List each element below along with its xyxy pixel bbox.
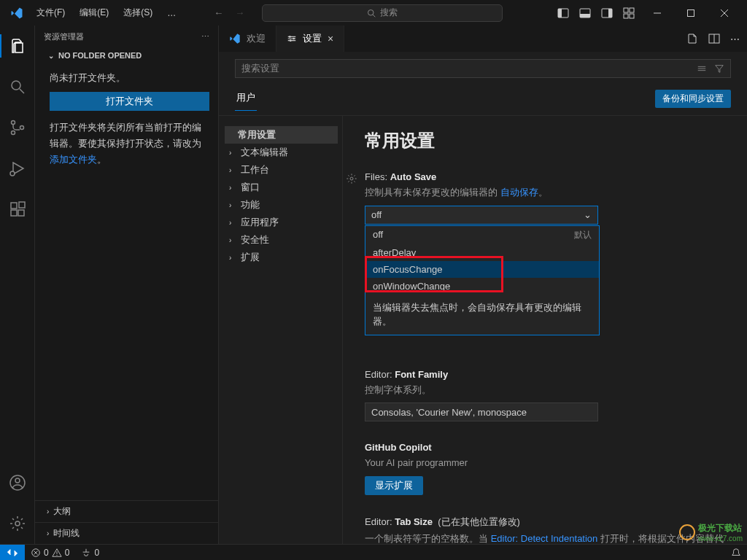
activity-search[interactable]	[0, 72, 35, 101]
toc-extensions[interactable]: ›扩展	[225, 249, 338, 266]
activity-manage[interactable]	[0, 509, 35, 538]
autosave-option-onfocuschange[interactable]: onFocusChange	[365, 261, 599, 278]
svg-point-19	[11, 131, 15, 135]
add-folder-link[interactable]: 添加文件夹	[50, 154, 97, 165]
tab-settings[interactable]: 设置 ×	[276, 26, 344, 52]
svg-rect-10	[624, 14, 628, 18]
font-family-input[interactable]: Consolas, 'Courier New', monospace	[365, 402, 598, 421]
svg-line-1	[374, 15, 376, 17]
editor-area: 欢迎 设置 × ⋯ 搜索设置 用户	[219, 26, 747, 544]
filter-icon[interactable]	[714, 63, 724, 74]
sidebar-title: 资源管理器	[44, 31, 84, 42]
chevron-right-icon: ›	[229, 254, 231, 262]
backup-sync-button[interactable]: 备份和同步设置	[655, 90, 731, 108]
toc-text-editor[interactable]: ›文本编辑器	[225, 144, 338, 161]
notifications-icon[interactable]	[731, 548, 741, 558]
svg-point-29	[289, 36, 291, 38]
toc-features[interactable]: ›功能	[225, 196, 338, 214]
chevron-right-icon: ›	[47, 529, 49, 537]
settings-scope-user[interactable]: 用户	[235, 87, 257, 111]
settings-heading: 常用设置	[365, 129, 725, 152]
activity-accounts[interactable]	[0, 468, 35, 497]
window-controls	[640, 0, 741, 26]
chevron-right-icon: ›	[229, 201, 231, 209]
svg-point-39	[56, 554, 57, 555]
toggle-primary-sidebar-icon[interactable]	[557, 7, 569, 19]
svg-point-28	[15, 521, 20, 526]
sidebar-help-text: 打开文件夹将关闭所有当前打开的编辑器。要使其保持打开状态，请改为添加文件夹。	[50, 120, 209, 168]
search-placeholder: 搜索	[380, 7, 398, 19]
gear-icon[interactable]	[346, 173, 357, 184]
menu-more[interactable]: …	[161, 5, 182, 21]
menu-edit[interactable]: 编辑(E)	[74, 4, 115, 22]
vscode-logo-icon	[10, 7, 23, 20]
nav-back-icon[interactable]: ←	[214, 7, 223, 18]
svg-point-18	[11, 121, 15, 125]
activity-bar	[0, 26, 35, 544]
status-ports[interactable]: 0	[75, 548, 105, 558]
settings-search-input[interactable]: 搜索设置	[235, 59, 731, 78]
menu-selection[interactable]: 选择(S)	[117, 4, 158, 22]
close-button[interactable]	[708, 0, 741, 26]
chevron-down-icon: ⌄	[48, 52, 54, 60]
maximize-button[interactable]	[674, 0, 708, 26]
nav-forward-icon[interactable]: →	[235, 7, 244, 18]
status-bar: 0 0 0	[0, 544, 747, 560]
customize-layout-icon[interactable]	[623, 7, 635, 19]
sidebar-outline[interactable]: ›大纲	[35, 500, 218, 522]
setting-autosave: Files: Auto Save 控制具有未保存更改的编辑器的 自动保存。 of…	[365, 171, 725, 225]
activity-extensions[interactable]	[0, 195, 35, 224]
setting-tab-size: Editor: Tab Size (已在其他位置修改) 一个制表符等于的空格数。…	[365, 516, 725, 545]
autosave-dropdown[interactable]: off ⌄ off默认 afterDelay onFocusChange onW…	[365, 206, 598, 225]
status-problems[interactable]: 0 0	[25, 548, 75, 558]
remote-indicator[interactable]	[0, 545, 25, 561]
svg-rect-24	[18, 210, 24, 216]
open-folder-button[interactable]: 打开文件夹	[50, 92, 209, 111]
toc-security[interactable]: ›安全性	[225, 231, 338, 249]
toc-application[interactable]: ›应用程序	[225, 214, 338, 231]
search-icon	[367, 9, 376, 18]
toc-workbench[interactable]: ›工作台	[225, 161, 338, 179]
svg-point-27	[15, 478, 20, 483]
chevron-right-icon: ›	[229, 236, 231, 244]
command-center-search[interactable]: 搜索	[262, 4, 503, 22]
sidebar-more-icon[interactable]: ⋯	[201, 32, 209, 42]
close-tab-icon[interactable]: ×	[328, 33, 333, 44]
clear-search-icon[interactable]	[697, 63, 707, 74]
activity-source-control[interactable]	[0, 113, 35, 142]
autosave-option-off[interactable]: off默认	[365, 226, 599, 244]
svg-rect-22	[11, 203, 17, 209]
show-extension-button[interactable]: 显示扩展	[365, 476, 423, 495]
more-actions-icon[interactable]: ⋯	[730, 34, 740, 44]
svg-rect-11	[630, 14, 634, 18]
vscode-icon	[229, 33, 241, 44]
toggle-secondary-sidebar-icon[interactable]	[601, 7, 613, 19]
split-editor-icon[interactable]	[708, 33, 720, 44]
svg-point-30	[293, 38, 295, 40]
settings-toc: 常用设置 ›文本编辑器 ›工作台 ›窗口 ›功能 ›应用程序 ›安全性 ›扩展	[219, 116, 343, 544]
svg-rect-23	[11, 210, 17, 216]
svg-rect-9	[630, 8, 634, 12]
toc-window[interactable]: ›窗口	[225, 179, 338, 196]
svg-point-0	[368, 9, 374, 15]
activity-run-debug[interactable]	[0, 154, 35, 183]
tab-welcome[interactable]: 欢迎	[219, 26, 276, 52]
autosave-option-onwindowchange[interactable]: onWindowChange	[365, 278, 599, 295]
svg-line-17	[20, 89, 24, 93]
toc-common[interactable]: 常用设置	[225, 126, 338, 144]
svg-rect-3	[558, 9, 562, 18]
autosave-doc-link[interactable]: 自动保存	[500, 187, 538, 198]
no-folder-text: 尚未打开文件夹。	[50, 70, 209, 86]
activity-explorer[interactable]	[0, 31, 35, 61]
settings-icon	[287, 34, 297, 44]
svg-rect-7	[608, 9, 612, 18]
nav-arrows: ← →	[214, 7, 244, 18]
minimize-button[interactable]	[640, 0, 674, 26]
menu-file[interactable]: 文件(F)	[31, 4, 71, 22]
detect-indentation-link[interactable]: Editor: Detect Indentation	[491, 533, 598, 544]
autosave-option-afterdelay[interactable]: afterDelay	[365, 244, 599, 261]
sidebar-timeline[interactable]: ›时间线	[35, 522, 218, 544]
sidebar-section-no-folder[interactable]: ⌄ NO FOLDER OPENED	[35, 48, 218, 64]
toggle-panel-icon[interactable]	[579, 7, 591, 19]
open-settings-json-icon[interactable]	[686, 33, 698, 44]
